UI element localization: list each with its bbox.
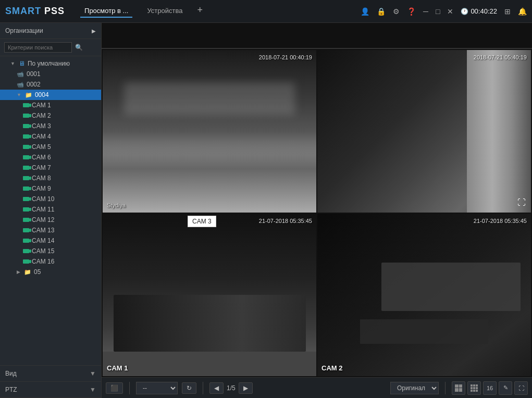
tree-label-default: По умолчанию bbox=[28, 60, 70, 67]
tree-item-cam3[interactable]: CAM 3 bbox=[0, 121, 101, 131]
camera-cell-topright[interactable]: 2018-07-21 05:40:19 ⛶ bbox=[317, 50, 531, 213]
toolbar: ⬛ -- ↻ ◀ 1/5 ▶ Оригинал bbox=[102, 377, 532, 398]
gear-icon[interactable]: ⚙ bbox=[393, 7, 400, 16]
tree-item-cam10[interactable]: CAM 10 bbox=[0, 194, 101, 204]
snapshot-button[interactable]: ⬛ bbox=[106, 382, 123, 394]
layout-2x2-button[interactable] bbox=[452, 381, 465, 395]
cam-timestamp-bottomleft: 21-07-2018 05:35:45 bbox=[259, 218, 312, 224]
expand-arrow-default: ▼ bbox=[10, 61, 15, 66]
tree-item-05[interactable]: ▶ 📁 05 bbox=[0, 267, 101, 277]
tree-item-cam2[interactable]: CAM 2 bbox=[0, 110, 101, 121]
close-icon[interactable]: ✕ bbox=[447, 7, 453, 16]
tree-label-0001: 0001 bbox=[27, 70, 41, 78]
expand-arrow-05: ▶ bbox=[17, 269, 20, 275]
cam-timestamp-topleft: 2018-07-21 00:40:19 bbox=[259, 54, 312, 60]
search-area: 🔍 bbox=[0, 39, 101, 56]
cam-icon-cam7 bbox=[23, 166, 29, 170]
content-area: 2018-07-21 00:40:19 Stydiya 2018-07-21 0… bbox=[102, 23, 532, 398]
sidebar-org-header[interactable]: Организации ▶ bbox=[0, 23, 101, 39]
tree-item-0002[interactable]: 📹 0002 bbox=[0, 79, 101, 90]
cam-icon-cam16 bbox=[23, 259, 29, 264]
tree-label-cam7: CAM 7 bbox=[32, 164, 51, 171]
tree-item-cam1[interactable]: CAM 1 bbox=[0, 100, 101, 110]
layout-16-button[interactable]: 16 bbox=[483, 381, 497, 395]
refresh-button[interactable]: ↻ bbox=[182, 382, 196, 394]
snapshot-icon: ⬛ bbox=[110, 384, 118, 392]
help-icon[interactable]: ❓ bbox=[407, 7, 416, 16]
fullscreen-button[interactable]: ⛶ bbox=[514, 381, 528, 395]
cam-scene-3 bbox=[103, 214, 316, 376]
edit-layout-button[interactable]: ✎ bbox=[499, 381, 512, 395]
tree-item-cam6[interactable]: CAM 6 bbox=[0, 152, 101, 163]
sidebar: Организации ▶ 🔍 ▼ 🖥 По умолчанию 📹 0001 … bbox=[0, 23, 102, 398]
tree-label-cam14: CAM 14 bbox=[32, 237, 54, 244]
tree-item-cam9[interactable]: CAM 9 bbox=[0, 183, 101, 194]
tab-devices[interactable]: Устройства bbox=[143, 5, 187, 18]
ptz-dropdown[interactable]: PTZ ▼ bbox=[0, 382, 101, 398]
cam-icon-cam6 bbox=[23, 155, 29, 159]
channel-select[interactable]: -- bbox=[136, 382, 178, 394]
layout-buttons: 16 ✎ ⛶ bbox=[452, 381, 528, 395]
search-input[interactable] bbox=[4, 42, 72, 53]
user-icon[interactable]: 👤 bbox=[361, 7, 369, 16]
chevron-right-icon: ▶ bbox=[92, 28, 96, 34]
quality-select[interactable]: Оригинал bbox=[390, 382, 439, 394]
tab-liveview[interactable]: Просмотр в ... bbox=[80, 5, 132, 18]
tree-item-cam4[interactable]: CAM 4 bbox=[0, 131, 101, 142]
tree-label-cam5: CAM 5 bbox=[32, 143, 51, 151]
tree-label-cam8: CAM 8 bbox=[32, 175, 51, 182]
cam-label-bottomright: CAM 2 bbox=[321, 364, 342, 372]
toolbar-separator-1 bbox=[129, 382, 130, 394]
refresh-icon: ↻ bbox=[187, 384, 192, 392]
cam-icon-cam3 bbox=[23, 124, 29, 128]
view-label: Вид bbox=[5, 370, 17, 377]
camera-cell-bottomleft[interactable]: 21-07-2018 05:35:45 CAM 1 bbox=[103, 214, 316, 376]
tree-item-0001[interactable]: 📹 0001 bbox=[0, 69, 101, 79]
cam-icon-cam5 bbox=[23, 145, 29, 149]
edit-icon: ✎ bbox=[503, 384, 508, 391]
tree-item-cam12[interactable]: CAM 12 bbox=[0, 215, 101, 225]
add-tab-button[interactable]: + bbox=[197, 5, 203, 18]
tree-item-cam11[interactable]: CAM 11 bbox=[0, 204, 101, 215]
tree-item-0004[interactable]: ▼ 📁 0004 bbox=[0, 90, 101, 100]
view-dropdown[interactable]: Вид ▼ bbox=[0, 366, 101, 382]
tree-label-cam6: CAM 6 bbox=[32, 154, 51, 161]
tree-item-cam14[interactable]: CAM 14 bbox=[0, 235, 101, 246]
device-icon-05: 📁 bbox=[24, 269, 31, 276]
clock-icon: 🕐 bbox=[461, 8, 468, 15]
tree-item-cam8[interactable]: CAM 8 bbox=[0, 173, 101, 183]
tree-label-cam16: CAM 16 bbox=[32, 258, 54, 265]
view-dropdown-arrow: ▼ bbox=[90, 370, 96, 377]
next-page-button[interactable]: ▶ bbox=[239, 382, 253, 394]
tree-label-cam10: CAM 10 bbox=[32, 195, 54, 203]
camera-cell-topleft[interactable]: 2018-07-21 00:40:19 Stydiya bbox=[103, 50, 316, 213]
tree-item-cam16[interactable]: CAM 16 bbox=[0, 256, 101, 267]
minimize-icon[interactable]: ─ bbox=[423, 7, 428, 16]
page-nav: ◀ 1/5 ▶ bbox=[209, 382, 253, 394]
cam3-tooltip: CAM 3 bbox=[188, 216, 216, 227]
layout-3x3-button[interactable] bbox=[467, 381, 481, 395]
grid3x3-icon bbox=[471, 384, 478, 392]
lock-icon[interactable]: 🔒 bbox=[377, 7, 386, 16]
header-right: 👤 🔒 ⚙ ❓ ─ □ ✕ 🕐 00:40:22 ⊞ 🔔 bbox=[361, 7, 527, 16]
tree-item-default[interactable]: ▼ 🖥 По умолчанию bbox=[0, 58, 101, 69]
cam-label-bottomleft: CAM 1 bbox=[107, 364, 128, 372]
tree-label-cam4: CAM 4 bbox=[32, 133, 51, 140]
device-icon-0004: 📁 bbox=[25, 92, 32, 98]
tree-label-cam12: CAM 12 bbox=[32, 216, 54, 223]
tree-item-cam13[interactable]: CAM 13 bbox=[0, 225, 101, 235]
cam-corner-icon-topright: ⛶ bbox=[517, 198, 526, 207]
grid-view-icon[interactable]: ⊞ bbox=[504, 7, 511, 16]
prev-page-button[interactable]: ◀ bbox=[209, 382, 224, 394]
search-icon[interactable]: 🔍 bbox=[75, 44, 83, 51]
cam-scene-2 bbox=[317, 50, 531, 213]
sidebar-bottom: Вид ▼ PTZ ▼ bbox=[0, 365, 101, 398]
camera-cell-bottomright[interactable]: 21-07-2018 05:35:45 CAM 2 bbox=[317, 214, 531, 376]
notification-icon[interactable]: 🔔 bbox=[518, 7, 527, 16]
tree-item-cam7[interactable]: CAM 7 bbox=[0, 163, 101, 173]
tree-item-cam15[interactable]: CAM 15 bbox=[0, 246, 101, 256]
cam-icon-cam2 bbox=[23, 114, 29, 118]
maximize-icon[interactable]: □ bbox=[436, 7, 440, 16]
main-layout: Организации ▶ 🔍 ▼ 🖥 По умолчанию 📹 0001 … bbox=[0, 23, 532, 398]
tree-item-cam5[interactable]: CAM 5 bbox=[0, 142, 101, 152]
